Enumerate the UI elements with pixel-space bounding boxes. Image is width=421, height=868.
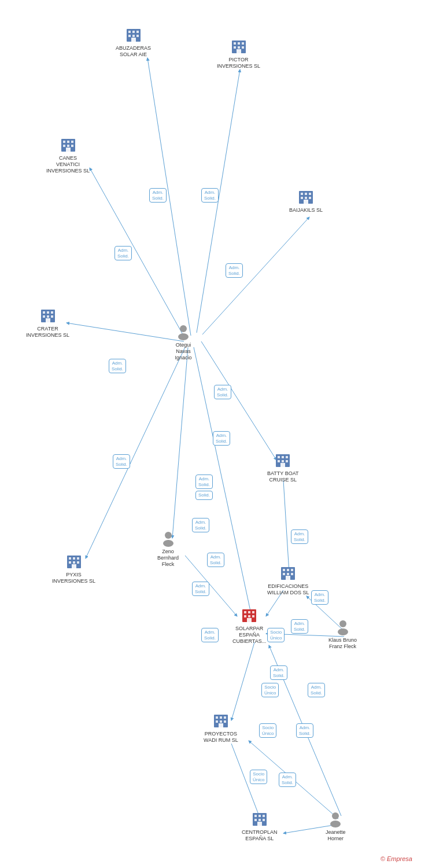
svg-rect-110 <box>258 819 261 821</box>
badge-2[interactable]: Adm.Solid. <box>201 188 219 203</box>
badge-18[interactable]: SocioÚnico <box>267 628 285 642</box>
badge-17[interactable]: Adm.Solid. <box>291 619 308 634</box>
svg-line-10 <box>283 480 289 573</box>
node-jeanette[interactable]: Jeanette Horner <box>326 810 346 842</box>
svg-rect-80 <box>244 611 246 613</box>
node-edificaciones[interactable]: EDIFICACIONES WILLIAM DOS SL <box>267 564 309 596</box>
svg-rect-65 <box>278 460 280 462</box>
badge-14[interactable]: Adm.Solid. <box>201 628 219 642</box>
label-centroplan: CENTROPLAN ESPAÑA SL <box>242 829 278 842</box>
node-klaus[interactable]: Klaus Bruno Franz Fleck <box>328 618 357 650</box>
building-icon-batty <box>274 451 291 469</box>
svg-rect-48 <box>305 197 307 199</box>
svg-rect-72 <box>77 557 79 560</box>
badge-22[interactable]: SocioÚnico <box>259 723 276 738</box>
svg-rect-81 <box>248 611 250 613</box>
svg-rect-53 <box>47 311 49 314</box>
svg-line-2 <box>90 168 185 339</box>
svg-rect-54 <box>51 311 53 314</box>
label-abuzaderas: ABUZADERAS SOLAR AIE <box>116 45 151 58</box>
svg-rect-84 <box>248 615 250 617</box>
svg-rect-39 <box>63 145 65 147</box>
label-batty: BATTY BOAT CRUISE SL <box>267 470 299 483</box>
svg-rect-109 <box>254 819 257 821</box>
badge-5[interactable]: Adm.Solid. <box>109 359 126 373</box>
svg-rect-63 <box>282 456 284 458</box>
person-icon-zeno <box>160 529 177 547</box>
node-otegui[interactable]: Otegui Navas Ignacio <box>175 323 192 361</box>
badge-11[interactable]: Adm.Solid. <box>192 518 209 532</box>
badge-23[interactable]: Adm.Solid. <box>296 723 313 738</box>
badge-19[interactable]: Adm.Solid. <box>270 665 287 680</box>
svg-rect-50 <box>304 200 308 204</box>
badge-9[interactable]: Adm.Solid. <box>195 475 213 489</box>
badge-3[interactable]: Adm.Solid. <box>115 246 132 260</box>
building-icon-crater <box>39 307 57 324</box>
building-icon-centroplan <box>251 810 268 827</box>
svg-rect-91 <box>283 573 285 575</box>
svg-rect-70 <box>69 557 71 560</box>
svg-rect-46 <box>309 193 311 195</box>
svg-rect-28 <box>234 42 236 45</box>
svg-point-78 <box>163 540 173 547</box>
badge-13[interactable]: Adm.Solid. <box>192 582 209 596</box>
label-crater: CRATER INVERSIONES SL <box>26 326 69 339</box>
building-icon-pictor <box>230 38 248 55</box>
node-abuzaderas[interactable]: ABUZADERAS SOLAR AIE <box>116 26 151 58</box>
badge-1[interactable]: Adm.Solid. <box>149 188 167 203</box>
label-baijakils: BAIJAKILS SL <box>289 207 323 214</box>
label-edificaciones: EDIFICACIONES WILLIAM DOS SL <box>267 583 309 596</box>
node-batty[interactable]: BATTY BOAT CRUISE SL <box>267 451 299 483</box>
label-pyxis: PYXIS INVERSIONES SL <box>52 572 95 584</box>
label-otegui: Otegui Navas Ignacio <box>175 342 191 361</box>
badge-20[interactable]: SocioÚnico <box>261 683 279 697</box>
label-jeanette: Jeanette Horner <box>326 829 346 842</box>
svg-rect-26 <box>131 38 136 42</box>
badge-6[interactable]: Adm.Solid. <box>214 385 231 399</box>
badge-21[interactable]: Adm.Solid. <box>308 683 325 697</box>
svg-rect-90 <box>291 569 293 571</box>
svg-rect-42 <box>66 148 71 152</box>
label-solarpar: SOLARPAR ESPAÑA CUBIERTAS... <box>232 626 266 644</box>
svg-rect-93 <box>291 573 293 575</box>
svg-rect-85 <box>252 615 254 617</box>
node-centroplan[interactable]: CENTROPLAN ESPAÑA SL <box>242 810 278 842</box>
svg-rect-56 <box>47 315 49 318</box>
badge-24[interactable]: SocioÚnico <box>250 770 267 784</box>
graph-container: ABUZADERAS SOLAR AIE PICTOR INVERSIONES … <box>0 0 421 868</box>
node-zeno[interactable]: Zeno Bernhard Fleck <box>157 529 179 567</box>
badge-15[interactable]: Adm.Solid. <box>291 529 308 544</box>
svg-rect-75 <box>77 561 79 564</box>
svg-rect-55 <box>43 315 45 318</box>
node-pictor[interactable]: PICTOR INVERSIONES SL <box>217 38 260 69</box>
badge-7[interactable]: Adm.Solid. <box>213 431 230 446</box>
svg-rect-100 <box>224 716 226 719</box>
svg-rect-98 <box>216 716 218 719</box>
svg-rect-108 <box>263 815 265 817</box>
badge-10[interactable]: Solid. <box>195 491 213 500</box>
node-proyectos[interactable]: PROYECTOS WADI RUM SL <box>204 712 238 744</box>
svg-rect-107 <box>258 815 261 817</box>
badge-4[interactable]: Adm.Solid. <box>226 263 243 278</box>
node-solarpar[interactable]: SOLARPAR ESPAÑA CUBIERTAS... <box>232 606 266 644</box>
svg-point-95 <box>339 620 346 627</box>
svg-rect-92 <box>287 573 289 575</box>
node-canes[interactable]: CANES VENATICI INVERSIONES SL <box>46 136 90 174</box>
svg-rect-34 <box>237 49 241 53</box>
badge-12[interactable]: Adm.Solid. <box>207 553 224 567</box>
building-icon-baijakils <box>297 188 315 205</box>
svg-rect-29 <box>238 42 240 45</box>
svg-rect-106 <box>254 815 257 817</box>
node-pyxis[interactable]: PYXIS INVERSIONES SL <box>52 553 95 584</box>
svg-rect-111 <box>263 819 265 821</box>
svg-rect-76 <box>72 564 76 568</box>
svg-point-96 <box>338 628 348 635</box>
node-baijakils[interactable]: BAIJAKILS SL <box>289 188 323 214</box>
node-crater[interactable]: CRATER INVERSIONES SL <box>26 307 69 339</box>
badge-8[interactable]: Adm.Solid. <box>113 454 130 469</box>
svg-line-8 <box>172 347 188 538</box>
svg-rect-66 <box>282 460 284 462</box>
badge-16[interactable]: Adm.Solid. <box>311 590 328 605</box>
badge-25[interactable]: Adm.Solid. <box>279 773 296 787</box>
svg-rect-62 <box>278 456 280 458</box>
